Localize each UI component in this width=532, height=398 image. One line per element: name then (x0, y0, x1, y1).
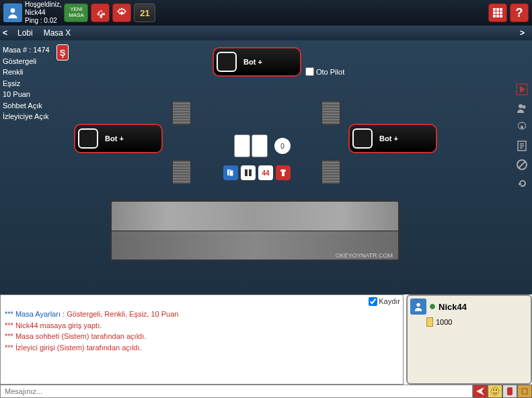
svg-rect-9 (496, 15, 499, 17)
nav-table[interactable]: Masa X (44, 28, 71, 38)
center-tiles: 0 (234, 134, 291, 157)
seat-right[interactable]: Bot + (348, 124, 437, 153)
nav-lobby[interactable]: Lobi (17, 28, 33, 38)
svg-rect-3 (496, 8, 499, 11)
rack-row-top[interactable] (112, 202, 398, 231)
nav-bar: < Lobi Masa X > (0, 26, 532, 40)
extra-button[interactable] (517, 385, 532, 398)
chat-input[interactable] (0, 385, 473, 398)
block-icon[interactable] (515, 157, 529, 172)
watermark: OKEYOYNATR.COM (336, 252, 393, 259)
users-icon[interactable] (515, 101, 529, 116)
discard-pile-icon[interactable] (172, 101, 191, 125)
chip-icon (426, 317, 433, 327)
game-area: Masa # : 1474 Göstergeli Renkli Eşsiz 10… (0, 40, 532, 294)
player-name: Nick44 (439, 302, 467, 312)
status-online-icon (429, 303, 436, 310)
chat-panel: Kaydır *** Masa Ayarları : Göstergeli, R… (0, 294, 404, 385)
autopilot-checkbox[interactable] (305, 67, 314, 76)
seat-left[interactable]: Bot + (74, 124, 163, 153)
svg-line-24 (519, 161, 525, 168)
svg-point-17 (523, 106, 526, 109)
player-list: Nick44 1000 (406, 294, 532, 385)
svg-point-0 (11, 8, 15, 13)
gear-icon[interactable] (515, 120, 529, 134)
indicator-tile: Ş (56, 44, 69, 61)
discard-pile-icon[interactable] (321, 160, 340, 184)
new-table-button[interactable]: YENİ MASA (64, 3, 88, 22)
svg-rect-14 (249, 169, 252, 176)
autopilot-toggle[interactable]: Oto Pilot (305, 67, 344, 76)
top-bar: Hoşgeldiniz, Nick44 Ping : 0.02 YENİ MAS… (0, 0, 532, 26)
hand-icon[interactable] (241, 165, 256, 180)
undo-icon[interactable] (515, 176, 529, 191)
nav-back-button[interactable]: < (3, 28, 12, 38)
rack-row-bottom[interactable]: OKEYOYNATR.COM (112, 231, 398, 261)
svg-rect-13 (245, 169, 248, 176)
seat-label: Bot + (105, 134, 124, 143)
chat-log: *** Masa Ayarları : Göstergeli, Renkli, … (1, 307, 403, 354)
svg-point-26 (491, 387, 499, 395)
svg-rect-8 (493, 15, 496, 17)
nav-forward-button[interactable]: > (520, 28, 529, 38)
send-button[interactable] (473, 385, 488, 398)
player-points: 1000 (426, 317, 531, 327)
svg-rect-5 (493, 11, 496, 14)
play-icon[interactable] (515, 82, 529, 97)
settings-gear-icon[interactable] (91, 3, 110, 22)
grid-icon[interactable] (488, 3, 507, 22)
svg-rect-6 (496, 11, 499, 14)
draw-tile[interactable] (234, 134, 250, 157)
seat-top[interactable]: Bot + (213, 47, 301, 77)
svg-rect-10 (500, 15, 502, 17)
svg-point-28 (496, 389, 497, 391)
player-avatar-icon (410, 298, 426, 315)
emoji-button[interactable] (488, 385, 502, 398)
options-gear-icon[interactable] (112, 3, 131, 22)
seat-label: Bot + (243, 58, 262, 66)
sidebar (515, 82, 531, 191)
game-icons: 44 (223, 165, 291, 180)
chat-scroll-toggle[interactable]: Kaydır (1, 295, 403, 307)
svg-rect-7 (500, 11, 502, 14)
seat-avatar-box (352, 128, 373, 149)
scroll-checkbox[interactable] (369, 297, 377, 306)
cards-icon[interactable] (223, 165, 238, 180)
discard-pile-icon[interactable] (172, 160, 191, 184)
shirt-icon[interactable] (276, 165, 291, 180)
player-rack[interactable]: OKEYOYNATR.COM (110, 200, 400, 261)
welcome-text: Hoşgeldiniz, Nick44 Ping : 0.02 (25, 1, 61, 25)
tile-counter: 0 (274, 138, 291, 154)
sticker-button[interactable] (502, 385, 517, 398)
discard-pile-icon[interactable] (321, 101, 340, 125)
player-row[interactable]: Nick44 (408, 296, 531, 317)
svg-rect-12 (229, 170, 233, 176)
svg-rect-4 (500, 8, 502, 11)
table-info: Masa # : 1474 Göstergeli Renkli Eşsiz 10… (3, 44, 50, 122)
help-icon[interactable]: ? (510, 3, 529, 22)
seat-label: Bot + (379, 134, 398, 143)
score-icon[interactable]: 44 (258, 165, 273, 180)
svg-point-27 (493, 389, 494, 391)
counter-badge[interactable]: 21 (134, 3, 155, 22)
svg-point-25 (416, 303, 420, 307)
svg-point-18 (521, 126, 523, 128)
seat-avatar-box (78, 128, 98, 149)
note-icon[interactable] (515, 138, 529, 153)
seat-avatar-box (217, 52, 237, 72)
svg-point-16 (519, 104, 523, 108)
chat-input-bar (0, 385, 532, 398)
draw-tile[interactable] (252, 134, 268, 157)
svg-rect-2 (493, 8, 496, 11)
user-avatar-icon[interactable] (3, 3, 22, 22)
